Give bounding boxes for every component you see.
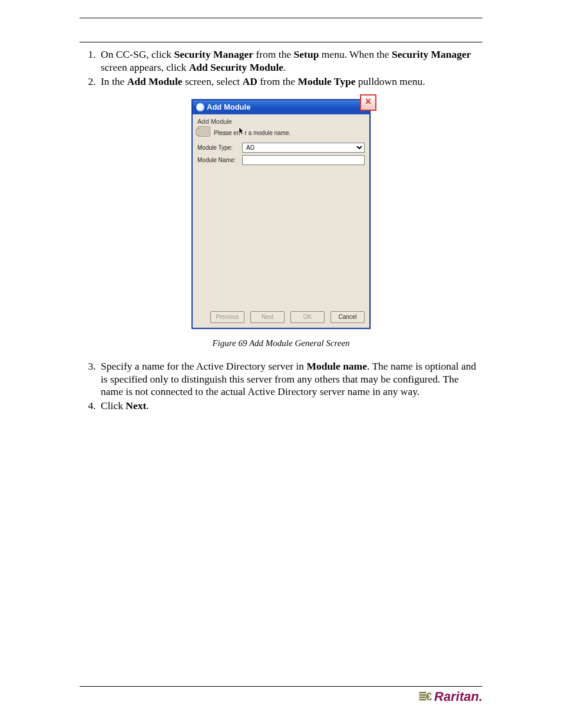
text: . [283,61,286,73]
cursor-icon [239,127,244,135]
figure-caption: Figure 69 Add Module General Screen [80,338,482,348]
step-2: In the Add Module screen, select AD from… [98,75,482,88]
text: from the [257,75,298,87]
bold: Security Manager [174,48,253,60]
bold: Add Security Module [189,61,283,73]
dialog-hint: Please enr a module name. [214,127,290,136]
text: screen, select [183,75,243,87]
module-type-select[interactable]: AD [242,143,365,153]
text: from the [253,48,294,60]
wizard-step-icon [197,126,210,137]
dialog-button-row: Previous Next OK Cancel [193,307,369,328]
text: pulldown menu. [355,75,425,87]
step-4: Click Next. [98,400,482,413]
cancel-button[interactable]: Cancel [330,311,365,323]
bold: AD [243,75,257,87]
step-list-a: On CC-SG, click Security Manager from th… [80,48,482,88]
app-icon [196,103,204,111]
bold: Security Manager [392,48,471,60]
dialog-subtitle: Add Module [193,114,369,125]
text: Specify a name for the Active Directory … [101,360,306,372]
ok-button[interactable]: OK [290,311,325,323]
header-rule [80,18,482,18]
brand-logo: ≣€ Raritan. [80,689,482,704]
bold: Module name [306,360,367,372]
text: In the [101,75,127,87]
module-name-input[interactable] [242,155,365,165]
step-list-b: Specify a name for the Active Directory … [80,360,482,413]
next-button[interactable]: Next [250,311,285,323]
dialog-title-text: Add Module [207,103,250,111]
step-1: On CC-SG, click Security Manager from th… [98,48,482,74]
close-icon[interactable]: × [360,94,376,111]
dialog-titlebar[interactable]: Add Module [193,100,369,114]
dialog-body [193,166,369,307]
text: Click [101,400,125,411]
section-rule [80,42,482,42]
module-type-label: Module Type: [197,144,240,151]
hint-pre: Please en [214,130,240,136]
text: screen appears, click [101,61,189,73]
text: menu. When the [319,48,392,60]
add-module-dialog: × Add Module Add Module Please enr a mod… [191,99,371,329]
bold: Setup [294,48,319,60]
footer-rule [80,686,482,687]
previous-button[interactable]: Previous [210,311,244,323]
text: On CC-SG, click [101,48,174,60]
brand-glyph-icon: ≣€ [418,690,431,703]
step-3: Specify a name for the Active Directory … [98,360,482,399]
brand-text: Raritan. [434,689,482,704]
text: . [146,400,148,411]
module-name-label: Module Name: [197,157,240,163]
hint-post: r a module name. [244,130,290,136]
bold: Add Module [127,75,183,87]
bold: Module Type [297,75,355,87]
bold: Next [125,400,146,411]
